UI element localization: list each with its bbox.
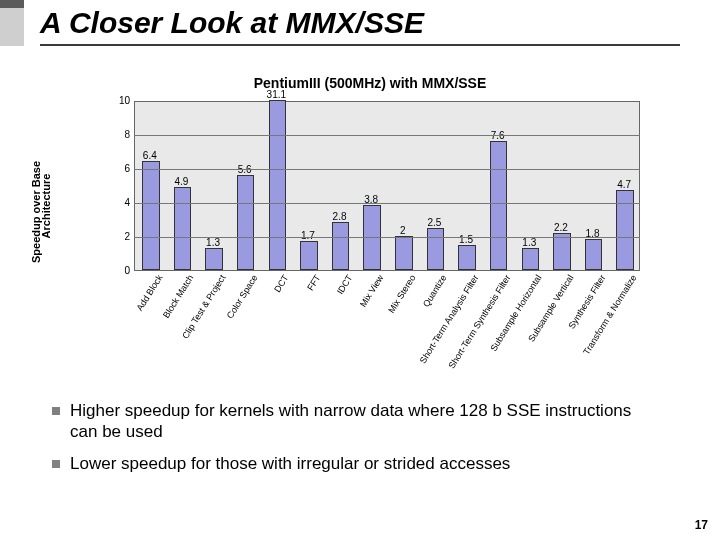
bar-value-label: 1.3 [206,237,220,248]
gridline [134,169,640,170]
y-tick: 2 [110,231,130,242]
bullet-item: Lower speedup for those with irregular o… [48,453,660,474]
bar-value-label: 6.4 [143,150,157,161]
bar-value-label: 4.7 [617,179,631,190]
header-accent [0,0,24,46]
bar-value-label: 2.2 [554,222,568,233]
bar-value-label: 2.5 [427,217,441,228]
bar-value-label: 1.7 [301,230,315,241]
y-axis-label-line2: Architecture [40,131,52,281]
gridline [134,203,640,204]
bar [427,228,444,271]
page-number: 17 [695,518,708,532]
gridline [134,237,640,238]
bar-value-label: 4.9 [174,176,188,187]
bar [522,248,539,270]
bar [490,141,507,270]
bar-value-label: 2 [400,225,406,236]
bar [237,175,254,270]
bar [142,161,159,270]
bullet-item: Higher speedup for kernels with narrow d… [48,400,660,443]
bullet-list: Higher speedup for kernels with narrow d… [48,400,660,484]
bar-value-label: 31.1 [267,89,286,100]
bar [458,245,475,271]
y-tick: 4 [110,197,130,208]
gridline [134,135,640,136]
bar [269,100,286,270]
slide-title: A Closer Look at MMX/SSE [40,6,680,46]
y-tick: 0 [110,265,130,276]
bar [205,248,222,270]
y-tick: 10 [110,95,130,106]
chart-title: PentiumIII (500MHz) with MMX/SSE [90,75,650,91]
bar [553,233,570,270]
bar-value-label: 1.3 [522,237,536,248]
bar-value-label: 2.8 [333,211,347,222]
bar [332,222,349,270]
y-tick: 6 [110,163,130,174]
chart: PentiumIII (500MHz) with MMX/SSE Speedup… [90,75,650,355]
bar [300,241,317,270]
y-tick: 8 [110,129,130,140]
bar [395,236,412,270]
bar-value-label: 1.5 [459,234,473,245]
x-tick-label: Transform & Normalize [567,273,639,380]
bar [174,187,191,270]
bar [585,239,602,270]
